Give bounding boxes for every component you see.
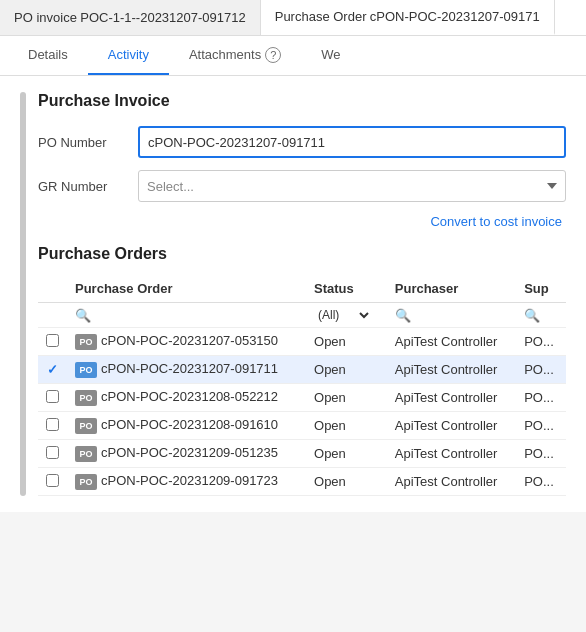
filter-purchaser: 🔍	[387, 303, 516, 328]
table-header-row: Purchase Order Status Purchaser Sup	[38, 275, 566, 303]
row-checkbox-cell	[38, 440, 67, 468]
content-area: Purchase Invoice PO Number GR Number Sel…	[38, 92, 566, 496]
tab-activity-label: Activity	[108, 47, 149, 62]
th-purchaser: Purchaser	[387, 275, 516, 303]
gr-number-row: GR Number Select...	[38, 170, 566, 202]
top-tab-po-invoice[interactable]: PO invoice POC-1-1--20231207-091712	[0, 0, 261, 35]
po-number-label: PO Number	[38, 135, 138, 150]
row-po-id[interactable]: POcPON-POC-20231209-051235	[67, 440, 306, 468]
row-checkbox[interactable]	[46, 334, 59, 347]
row-sup: PO...	[516, 412, 566, 440]
row-po-id[interactable]: POcPON-POC-20231209-091723	[67, 468, 306, 496]
filter-sup: 🔍	[516, 303, 566, 328]
row-checkmark: ✓	[47, 362, 58, 377]
row-checkbox-cell	[38, 384, 67, 412]
row-sup: PO...	[516, 468, 566, 496]
row-status: Open	[306, 356, 387, 384]
table-row: POcPON-POC-20231208-091610OpenApiTest Co…	[38, 412, 566, 440]
row-purchaser: ApiTest Controller	[387, 328, 516, 356]
table-row: POcPON-POC-20231208-052212OpenApiTest Co…	[38, 384, 566, 412]
th-status: Status	[306, 275, 387, 303]
tab-details[interactable]: Details	[8, 36, 88, 75]
po-number-input[interactable]	[138, 126, 566, 158]
po-badge: PO	[75, 474, 97, 490]
row-checkbox[interactable]	[46, 474, 59, 487]
section-tabs: Details Activity Attachments ? We	[0, 36, 586, 76]
row-checkbox-cell	[38, 468, 67, 496]
po-table-body: POcPON-POC-20231207-053150OpenApiTest Co…	[38, 328, 566, 496]
tab-activity[interactable]: Activity	[88, 36, 169, 75]
row-po-id[interactable]: POcPON-POC-20231208-091610	[67, 412, 306, 440]
row-purchaser: ApiTest Controller	[387, 384, 516, 412]
po-badge: PO	[75, 390, 97, 406]
convert-link[interactable]: Convert to cost invoice	[38, 214, 566, 229]
row-status: Open	[306, 384, 387, 412]
status-filter-select[interactable]: (All) Open Closed	[314, 307, 372, 323]
tab-attachments-label: Attachments	[189, 47, 261, 62]
row-sup: PO...	[516, 384, 566, 412]
row-sup: PO...	[516, 328, 566, 356]
row-checkbox[interactable]	[46, 418, 59, 431]
row-po-id[interactable]: POcPON-POC-20231208-052212	[67, 384, 306, 412]
top-tab-purchase-order-label: Purchase Order	[275, 9, 367, 24]
row-sup: PO...	[516, 440, 566, 468]
table-row: POcPON-POC-20231207-053150OpenApiTest Co…	[38, 328, 566, 356]
table-row: POcPON-POC-20231209-051235OpenApiTest Co…	[38, 440, 566, 468]
filter-row: 🔍 (All) Open Closed 🔍	[38, 303, 566, 328]
main-content: Purchase Invoice PO Number GR Number Sel…	[0, 76, 586, 512]
filter-po-search: 🔍	[67, 303, 306, 328]
row-status: Open	[306, 328, 387, 356]
purchaser-search-icon: 🔍	[395, 308, 411, 323]
sup-search-icon: 🔍	[524, 308, 540, 323]
tab-we[interactable]: We	[301, 36, 360, 75]
row-status: Open	[306, 440, 387, 468]
row-purchaser: ApiTest Controller	[387, 356, 516, 384]
row-checkbox[interactable]	[46, 390, 59, 403]
filter-checkbox-cell	[38, 303, 67, 328]
gr-number-label: GR Number	[38, 179, 138, 194]
top-tab-po-invoice-sublabel: POC-1-1--20231207-091712	[80, 10, 246, 25]
po-table: Purchase Order Status Purchaser Sup 🔍 (A…	[38, 275, 566, 496]
left-bar	[20, 92, 26, 496]
po-badge: PO	[75, 362, 97, 378]
row-checkbox[interactable]	[46, 446, 59, 459]
search-icon: 🔍	[75, 308, 91, 323]
po-section-title: Purchase Orders	[38, 245, 566, 263]
top-tab-po-invoice-label: PO invoice	[14, 10, 77, 25]
top-tab-purchase-order-sublabel: cPON-POC-20231207-09171	[370, 9, 540, 24]
row-purchaser: ApiTest Controller	[387, 440, 516, 468]
th-checkbox	[38, 275, 67, 303]
tab-details-label: Details	[28, 47, 68, 62]
table-row: POcPON-POC-20231209-091723OpenApiTest Co…	[38, 468, 566, 496]
help-icon[interactable]: ?	[265, 47, 281, 63]
row-status: Open	[306, 412, 387, 440]
th-purchase-order: Purchase Order	[67, 275, 306, 303]
row-po-id[interactable]: POcPON-POC-20231207-053150	[67, 328, 306, 356]
th-sup: Sup	[516, 275, 566, 303]
row-purchaser: ApiTest Controller	[387, 412, 516, 440]
row-purchaser: ApiTest Controller	[387, 468, 516, 496]
row-status: Open	[306, 468, 387, 496]
section-title: Purchase Invoice	[38, 92, 566, 110]
tab-we-label: We	[321, 47, 340, 62]
table-row: ✓POcPON-POC-20231207-091711OpenApiTest C…	[38, 356, 566, 384]
po-number-row: PO Number	[38, 126, 566, 158]
filter-status: (All) Open Closed	[306, 303, 387, 328]
tab-attachments[interactable]: Attachments ?	[169, 36, 301, 75]
row-po-id[interactable]: POcPON-POC-20231207-091711	[67, 356, 306, 384]
po-badge: PO	[75, 446, 97, 462]
top-tab-bar: PO invoice POC-1-1--20231207-091712 Purc…	[0, 0, 586, 36]
po-badge: PO	[75, 334, 97, 350]
top-tab-purchase-order[interactable]: Purchase Order cPON-POC-20231207-09171	[261, 0, 555, 35]
row-checkbox-cell: ✓	[38, 356, 67, 384]
gr-number-select[interactable]: Select...	[138, 170, 566, 202]
row-checkbox-cell	[38, 328, 67, 356]
row-sup: PO...	[516, 356, 566, 384]
row-checkbox-cell	[38, 412, 67, 440]
po-badge: PO	[75, 418, 97, 434]
